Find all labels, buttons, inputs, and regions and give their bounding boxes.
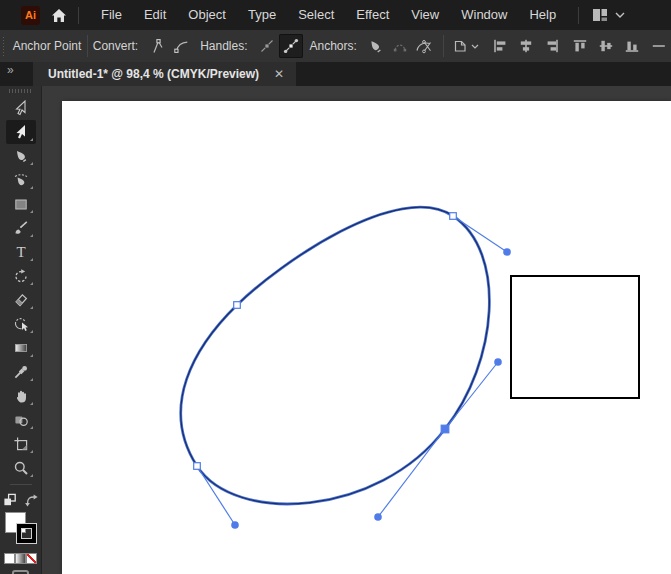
artboard[interactable] bbox=[62, 101, 671, 574]
eraser-tool-icon bbox=[13, 292, 29, 308]
type-tool[interactable]: T bbox=[6, 240, 36, 264]
gradient-tool[interactable] bbox=[6, 336, 36, 360]
eraser-tool[interactable] bbox=[6, 288, 36, 312]
chevron-down-icon bbox=[471, 44, 479, 49]
convert-corner-button[interactable] bbox=[145, 34, 169, 58]
document-tab-title: Untitled-1* @ 98,4 % (CMYK/Preview) bbox=[48, 67, 259, 81]
color-button[interactable] bbox=[5, 554, 14, 563]
zoom-tool[interactable] bbox=[6, 456, 36, 480]
type-tool-icon: T bbox=[13, 244, 29, 260]
eyedropper-tool-icon bbox=[13, 364, 29, 380]
align-group-vertical bbox=[569, 34, 643, 58]
fill-stroke-mini-controls bbox=[3, 491, 39, 509]
align-h-center-icon bbox=[519, 39, 533, 53]
fill-stroke-swatches bbox=[3, 513, 39, 549]
document-options-icon bbox=[452, 38, 469, 54]
remove-anchor-button[interactable] bbox=[364, 34, 388, 58]
distribute-button-partial[interactable] bbox=[647, 34, 671, 58]
close-tab-icon[interactable]: ✕ bbox=[274, 67, 284, 81]
menu-effect[interactable]: Effect bbox=[345, 0, 400, 30]
rectangle-tool[interactable] bbox=[6, 192, 36, 216]
pen-tool[interactable] bbox=[6, 144, 36, 168]
stroke-swatch[interactable] bbox=[17, 524, 36, 543]
align-left-button[interactable] bbox=[489, 34, 511, 58]
menu-view[interactable]: View bbox=[400, 0, 450, 30]
rectangle-tool-icon bbox=[13, 196, 29, 212]
cut-path-icon bbox=[415, 38, 433, 54]
connect-anchors-button[interactable] bbox=[388, 34, 412, 58]
convert-label: Convert: bbox=[93, 39, 138, 53]
pen-tool-icon bbox=[13, 148, 29, 164]
eyedropper-tool[interactable] bbox=[6, 360, 36, 384]
tools-panel: T bbox=[0, 86, 42, 574]
menu-file[interactable]: File bbox=[90, 0, 133, 30]
direct-selection-tool[interactable] bbox=[6, 120, 36, 144]
tab-bar: » Untitled-1* @ 98,4 % (CMYK/Preview) ✕ bbox=[0, 62, 671, 86]
draw-mode-button[interactable] bbox=[12, 570, 29, 574]
show-handles-button[interactable] bbox=[279, 34, 303, 58]
direct-selection-tool-icon bbox=[13, 124, 29, 140]
align-v-center-icon bbox=[599, 39, 613, 53]
shapes-tool-icon bbox=[13, 412, 29, 428]
selection-tool-icon bbox=[13, 100, 29, 116]
convert-corner-icon bbox=[149, 38, 165, 54]
panel-collapse-edge: » bbox=[0, 62, 33, 86]
expand-panels-icon[interactable]: » bbox=[7, 63, 12, 77]
shapes-tool[interactable] bbox=[6, 408, 36, 432]
align-bottom-button[interactable] bbox=[621, 34, 643, 58]
svg-text:T: T bbox=[16, 244, 25, 260]
hand-tool-icon bbox=[13, 388, 29, 404]
toolbar-divider bbox=[10, 484, 32, 485]
align-h-center-button[interactable] bbox=[515, 34, 537, 58]
hide-handles-button[interactable] bbox=[255, 34, 279, 58]
document-tab[interactable]: Untitled-1* @ 98,4 % (CMYK/Preview) ✕ bbox=[33, 62, 296, 86]
swap-fill-stroke-icon[interactable] bbox=[24, 493, 39, 507]
hide-handles-icon bbox=[259, 38, 275, 54]
artboard-tool[interactable] bbox=[6, 432, 36, 456]
control-bar: Anchor Point Convert: Handles: bbox=[0, 30, 671, 63]
align-top-icon bbox=[573, 39, 587, 53]
anchors-label: Anchors: bbox=[310, 39, 357, 53]
curvature-tool-icon bbox=[13, 172, 29, 188]
menu-edit[interactable]: Edit bbox=[133, 0, 177, 30]
convert-smooth-icon bbox=[173, 38, 189, 54]
chevron-down-icon bbox=[615, 12, 625, 18]
shape-builder-tool[interactable] bbox=[6, 312, 36, 336]
handles-label: Handles: bbox=[200, 39, 247, 53]
menu-select[interactable]: Select bbox=[287, 0, 345, 30]
default-fill-stroke-icon[interactable] bbox=[3, 493, 17, 507]
menu-type[interactable]: Type bbox=[237, 0, 287, 30]
none-button[interactable] bbox=[27, 554, 36, 563]
paintbrush-tool[interactable] bbox=[6, 216, 36, 240]
shape-builder-tool-icon bbox=[13, 316, 29, 332]
tools-panel-grip[interactable] bbox=[9, 89, 33, 93]
context-label: Anchor Point bbox=[13, 39, 81, 53]
workspace-switcher-button[interactable] bbox=[592, 8, 625, 22]
gradient-button[interactable] bbox=[16, 554, 25, 563]
cut-path-button[interactable] bbox=[412, 34, 436, 58]
panel-grip[interactable] bbox=[3, 36, 4, 56]
menubar-separator bbox=[78, 7, 79, 24]
convert-smooth-button[interactable] bbox=[169, 34, 193, 58]
align-right-button[interactable] bbox=[541, 34, 563, 58]
menu-window[interactable]: Window bbox=[450, 0, 518, 30]
document-options-button[interactable] bbox=[449, 34, 483, 58]
selection-tool[interactable] bbox=[6, 96, 36, 120]
home-button[interactable] bbox=[51, 8, 67, 23]
align-group-horizontal bbox=[489, 34, 563, 58]
align-top-button[interactable] bbox=[569, 34, 591, 58]
hand-tool[interactable] bbox=[6, 384, 36, 408]
paintbrush-tool-icon bbox=[13, 220, 29, 236]
align-right-icon bbox=[545, 39, 559, 53]
menu-object[interactable]: Object bbox=[177, 0, 237, 30]
menubar: Ai File Edit Object Type Select Effect V… bbox=[0, 0, 671, 30]
rotate-tool[interactable] bbox=[6, 264, 36, 288]
align-left-icon bbox=[493, 39, 507, 53]
distribute-icon bbox=[652, 39, 666, 53]
zoom-tool-icon bbox=[13, 460, 29, 476]
align-v-center-button[interactable] bbox=[595, 34, 617, 58]
home-icon bbox=[51, 8, 67, 23]
app-logo-icon[interactable]: Ai bbox=[21, 6, 40, 25]
menu-help[interactable]: Help bbox=[518, 0, 567, 30]
curvature-tool[interactable] bbox=[6, 168, 36, 192]
